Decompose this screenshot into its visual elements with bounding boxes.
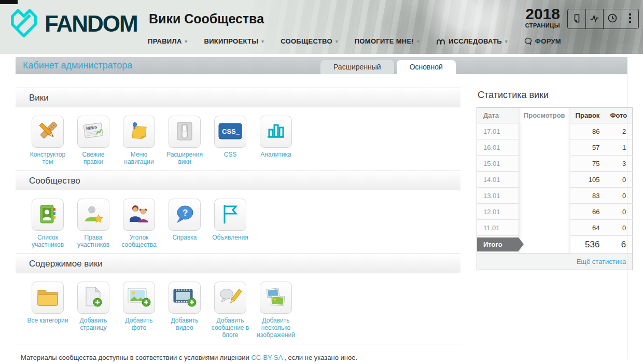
tile-button-все-категории[interactable]: [32, 282, 64, 314]
tile-label[interactable]: Список участников: [25, 234, 71, 248]
page-counter: 2018 СТРАНИЦЫ: [525, 6, 560, 29]
tile-аналитика[interactable]: Аналитика: [253, 116, 299, 165]
nav-item-википроекты[interactable]: ВИКИПРОЕКТЫ▾: [204, 37, 264, 45]
stats-col-header-photos: Фото: [605, 108, 632, 123]
tile-label[interactable]: Добавить несколько изображений: [253, 317, 299, 339]
page-title-bar: Кабинет администратора РасширенныйОсновн…: [16, 57, 627, 74]
navigation-menu-icon: [128, 120, 150, 144]
tiles: Список участниковПрава участниковУголок …: [16, 190, 460, 254]
clock-button[interactable]: [603, 9, 621, 29]
tile-label[interactable]: CSS: [207, 151, 253, 158]
wiki-title[interactable]: Вики Сообщества: [149, 11, 264, 26]
tile-свежие-правки[interactable]: NEWSСвежие правки: [71, 116, 116, 165]
tile-все-категории[interactable]: Все категории: [25, 282, 71, 339]
page-button[interactable]: [568, 9, 585, 29]
nav-item-форум[interactable]: ФОРУМ: [524, 37, 561, 45]
stats-total-edits: 536: [570, 236, 605, 254]
tile-добавить-страницу[interactable]: Добавить страницу: [71, 282, 116, 339]
stats-cell-photos: 0: [605, 204, 632, 220]
tile-label[interactable]: Меню навигации: [116, 151, 162, 165]
tile-button-аналитика[interactable]: [260, 116, 292, 148]
tile-label[interactable]: Права участников: [71, 234, 116, 248]
tab-основной[interactable]: Основной: [397, 60, 456, 74]
member-list-icon: [38, 204, 58, 226]
tile-label[interactable]: Добавить фото: [116, 317, 162, 331]
tile-права-участников[interactable]: Права участников: [71, 199, 116, 248]
tile-button-уголок-сообщества[interactable]: [123, 199, 155, 231]
stats-row: 13.01830: [477, 188, 633, 204]
tile-button-справка[interactable]: ?: [169, 199, 201, 231]
tile-объявления[interactable]: Объявления: [207, 199, 253, 248]
tile-button-добавить-несколько-изображений[interactable]: [260, 282, 292, 314]
chevron-down-icon: ▾: [417, 39, 420, 44]
kebab-menu-button[interactable]: [621, 9, 638, 29]
stats-cell-views: [519, 172, 570, 188]
add-page-icon: [83, 286, 104, 310]
nav-item-исследовать[interactable]: ИССЛЕДОВАТЬ▾: [436, 37, 508, 45]
tile-button-добавить-сообщение-в-блоге[interactable]: [214, 282, 246, 314]
tile-label[interactable]: Справка: [162, 234, 207, 241]
more-stats-link[interactable]: Ещё статистика: [577, 258, 626, 265]
stats-cell-edits: 75: [570, 156, 605, 172]
tile-добавить-сообщение-в-блоге[interactable]: Добавить сообщение в блоге: [207, 282, 253, 339]
tile-label[interactable]: Конструктор тем: [25, 151, 71, 165]
tile-label[interactable]: Аналитика: [253, 151, 299, 158]
license-link[interactable]: CC-BY-SA: [251, 354, 282, 361]
tiles: Все категорииДобавить страницуДобавить ф…: [16, 273, 460, 344]
community-corner-icon: [128, 204, 150, 226]
tile-меню-навигации[interactable]: Меню навигации: [116, 116, 162, 165]
nav-item-помогите-мне[interactable]: ПОМОГИТЕ МНЕ!▾: [355, 37, 420, 45]
content: ВикиКонструктор темNEWSСвежие правкиМеню…: [0, 74, 643, 361]
tile-button-css[interactable]: CSS_: [214, 116, 246, 148]
stats-row: 16.01571: [477, 139, 633, 156]
tile-label[interactable]: Объявления: [207, 234, 253, 241]
tile-label[interactable]: Расширения вики: [162, 151, 207, 165]
nav-item-сообщество[interactable]: СООБЩЕСТВО▾: [281, 37, 338, 45]
fandom-logo[interactable]: FANDOM: [8, 6, 137, 41]
svg-text:CSS_: CSS_: [222, 128, 240, 135]
tile-конструктор-тем[interactable]: Конструктор тем: [25, 116, 71, 165]
tile-button-свежие-правки[interactable]: NEWS: [77, 116, 109, 148]
tile-button-список-участников[interactable]: [32, 199, 64, 231]
nav-item-правила[interactable]: ПРАВИЛА▾: [148, 37, 187, 45]
stats-title: Статистика вики: [478, 90, 620, 101]
tile-button-расширения-вики[interactable]: [169, 116, 201, 148]
tile-добавить-видео[interactable]: Добавить видео: [162, 282, 207, 339]
tile-button-добавить-фото[interactable]: [123, 282, 155, 314]
stats-cell-date: 15.01: [477, 156, 519, 172]
tile-список-участников[interactable]: Список участников: [25, 199, 71, 248]
tile-label[interactable]: Добавить страницу: [71, 317, 116, 331]
tile-добавить-фото[interactable]: Добавить фото: [116, 282, 162, 339]
stats-cell-photos: 2: [605, 123, 632, 139]
tile-расширения-вики[interactable]: Расширения вики: [162, 116, 207, 165]
tile-справка[interactable]: ?Справка: [162, 199, 207, 248]
more-stats-cell: Ещё статистика: [477, 254, 633, 270]
tile-button-объявления[interactable]: [214, 199, 246, 231]
tile-label[interactable]: Добавить видео: [162, 317, 207, 331]
add-photo-icon: [127, 287, 151, 309]
nav-item-label: ФОРУМ: [535, 37, 561, 45]
section-вики: ВикиКонструктор темNEWSСвежие правкиМеню…: [16, 88, 460, 171]
tile-уголок-сообщества[interactable]: Уголок сообщества: [116, 199, 162, 248]
tile-button-права-участников[interactable]: [77, 199, 109, 231]
tab-расширенный[interactable]: Расширенный: [320, 60, 394, 74]
stats-total-row: Итого5366: [477, 236, 633, 254]
tile-label[interactable]: Добавить сообщение в блоге: [207, 317, 253, 339]
stats-cell-edits: 64: [570, 220, 605, 236]
tile-button-конструктор-тем[interactable]: [32, 116, 64, 148]
stats-cell-views: [519, 139, 570, 156]
tile-button-добавить-страницу[interactable]: [77, 282, 109, 314]
add-blog-post-icon: [219, 287, 242, 309]
chevron-down-icon: ▾: [261, 39, 264, 44]
tile-button-меню-навигации[interactable]: [123, 116, 155, 148]
tile-button-добавить-видео[interactable]: [169, 282, 201, 314]
tile-css[interactable]: CSS_CSS: [207, 116, 253, 165]
site-header: FANDOM Вики Сообщества ПРАВИЛА▾ВИКИПРОЕК…: [0, 0, 643, 54]
stats-cell-date: 16.01: [477, 139, 519, 156]
activity-button[interactable]: [585, 9, 603, 29]
stats-cell-views: [519, 156, 570, 172]
tile-label[interactable]: Свежие правки: [71, 151, 116, 165]
tile-добавить-несколько-изображений[interactable]: Добавить несколько изображений: [253, 282, 299, 339]
tile-label[interactable]: Все категории: [25, 317, 71, 324]
tile-label[interactable]: Уголок сообщества: [116, 234, 162, 248]
